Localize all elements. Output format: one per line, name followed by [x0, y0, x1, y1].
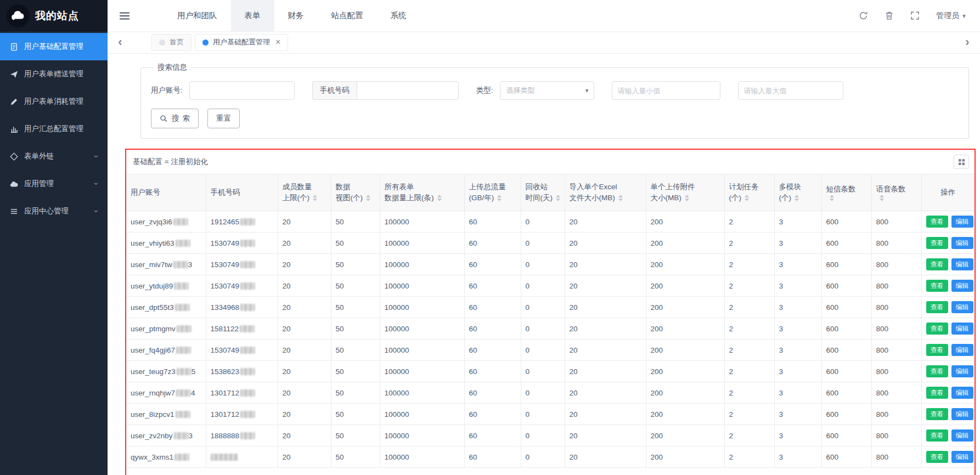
value-cell: 2	[724, 254, 774, 275]
value-cell: 0	[521, 446, 565, 468]
edit-button[interactable]: 编辑	[951, 237, 973, 249]
edit-button[interactable]: 编辑	[951, 301, 973, 313]
view-button[interactable]: 查看	[926, 387, 948, 399]
trash-icon[interactable]	[885, 11, 894, 20]
view-button[interactable]: 查看	[926, 216, 948, 228]
value-cell: 3	[774, 340, 821, 361]
edit-button[interactable]: 编辑	[951, 344, 973, 356]
min-value-input[interactable]	[612, 81, 720, 100]
sort-icon[interactable]	[497, 195, 502, 201]
phone-input[interactable]	[357, 81, 459, 100]
sort-icon[interactable]	[830, 195, 834, 201]
tab-status-dot	[202, 39, 209, 46]
edit-button[interactable]: 编辑	[951, 387, 973, 399]
app-logo[interactable]: 我的站点	[0, 0, 108, 31]
column-header[interactable]: 回收站时间(天)	[521, 174, 565, 211]
sidebar-item[interactable]: 表单外链›	[0, 143, 108, 170]
column-header[interactable]: 计划任务(个)	[724, 174, 774, 211]
view-button[interactable]: 查看	[926, 301, 948, 313]
nav-item[interactable]: 系统	[377, 0, 420, 31]
edit-button[interactable]: 编辑	[951, 408, 973, 420]
view-button[interactable]: 查看	[926, 323, 948, 335]
view-button[interactable]: 查看	[926, 258, 948, 270]
sidebar-item[interactable]: 用户表单赠送管理	[0, 60, 108, 88]
view-button[interactable]: 查看	[926, 280, 948, 292]
value-cell: 3	[774, 297, 821, 318]
sort-icon[interactable]	[880, 195, 884, 201]
type-select[interactable]: 选择类型 ▾	[500, 81, 594, 100]
sidebar-item[interactable]: 用户表单消耗管理	[0, 88, 108, 115]
refresh-icon[interactable]	[859, 11, 868, 20]
view-button[interactable]: 查看	[926, 344, 948, 356]
view-button[interactable]: 查看	[926, 237, 948, 249]
sort-icon[interactable]	[685, 195, 689, 201]
column-header[interactable]: 成员数量上限(个)	[278, 174, 331, 211]
column-header[interactable]: 多模块(个)	[774, 174, 821, 211]
value-cell: 50	[331, 318, 380, 340]
nav-item[interactable]: 表单	[231, 0, 274, 31]
edit-button[interactable]: 编辑	[951, 258, 973, 270]
sidebar-item[interactable]: 应用管理›	[0, 170, 108, 197]
column-header[interactable]: 所有表单数据量上限(条)	[380, 174, 464, 211]
account-cell: user_zvjq3i6	[126, 211, 206, 233]
sidebar-item[interactable]: 用户基础配置管理	[0, 33, 108, 60]
column-settings-button[interactable]	[954, 155, 969, 169]
view-button[interactable]: 查看	[926, 408, 948, 420]
sort-icon[interactable]	[618, 195, 623, 201]
sort-icon[interactable]	[437, 195, 442, 201]
view-button[interactable]: 查看	[926, 451, 948, 463]
tags-list: 首页用户基础配置管理×	[151, 34, 955, 51]
redaction-blur	[240, 282, 255, 290]
sort-icon[interactable]	[795, 195, 799, 201]
sort-icon[interactable]	[366, 195, 370, 201]
table-row: user_vhiyti63153074920501000006002020023…	[126, 233, 975, 254]
actions-cell: 查看编辑	[921, 404, 975, 425]
column-header[interactable]: 语音条数	[871, 174, 921, 211]
value-cell: 3	[774, 211, 821, 233]
sort-icon[interactable]	[556, 195, 560, 201]
tab-close-icon[interactable]: ×	[275, 38, 280, 47]
phone-prefix-label: 手机号码	[312, 81, 357, 100]
nav-item[interactable]: 站点配置	[318, 0, 377, 31]
account-cell: user_miv7tw3	[126, 254, 206, 275]
column-header[interactable]: 导入单个Excel文件大小(MB)	[565, 174, 646, 211]
edit-button[interactable]: 编辑	[951, 323, 973, 335]
value-cell: 100000	[380, 211, 464, 233]
fullscreen-icon[interactable]	[910, 11, 920, 20]
edit-button[interactable]: 编辑	[951, 451, 973, 463]
redaction-blur	[177, 325, 192, 332]
actions-cell: 查看编辑	[921, 382, 975, 404]
table-row: user_zv2nby31888888205010000060020200236…	[126, 425, 975, 446]
edit-button[interactable]: 编辑	[951, 216, 973, 228]
view-button[interactable]: 查看	[926, 429, 948, 442]
tab-item[interactable]: 首页	[151, 34, 192, 51]
account-input[interactable]	[189, 81, 295, 100]
nav-item[interactable]: 财务	[274, 0, 318, 31]
sidebar-item[interactable]: 用户汇总配置管理	[0, 115, 108, 143]
value-cell: 600	[821, 425, 871, 446]
view-button[interactable]: 查看	[926, 365, 948, 377]
nav-item[interactable]: 用户和团队	[164, 0, 231, 31]
value-cell: 60	[464, 425, 521, 446]
tab-item[interactable]: 用户基础配置管理×	[195, 34, 288, 51]
max-value-input[interactable]	[738, 81, 843, 100]
column-header[interactable]: 单个上传附件大小(MB)	[646, 174, 724, 211]
sort-icon[interactable]	[313, 195, 317, 201]
sidebar-item-label: 表单外链	[24, 151, 54, 161]
phone-field: 手机号码	[312, 81, 459, 100]
column-header[interactable]: 数据视图(个)	[331, 174, 380, 211]
column-header[interactable]: 上传总流量(GB/年)	[464, 174, 521, 211]
edit-button[interactable]: 编辑	[951, 280, 973, 292]
user-menu[interactable]: 管理员 ▾	[936, 11, 966, 21]
menu-toggle-icon[interactable]	[108, 0, 142, 31]
value-cell: 200	[646, 275, 724, 297]
sort-icon[interactable]	[745, 195, 749, 201]
reset-button[interactable]: 重置	[207, 109, 240, 128]
column-header[interactable]: 短信条数	[821, 174, 871, 211]
edit-button[interactable]: 编辑	[951, 429, 973, 442]
search-button[interactable]: 搜索	[151, 109, 199, 128]
tags-scroll-left-icon[interactable]: ‹	[108, 36, 133, 48]
tags-scroll-right-icon[interactable]: ›	[955, 36, 980, 48]
sidebar-item[interactable]: 应用中心管理›	[0, 197, 108, 225]
edit-button[interactable]: 编辑	[951, 365, 973, 377]
